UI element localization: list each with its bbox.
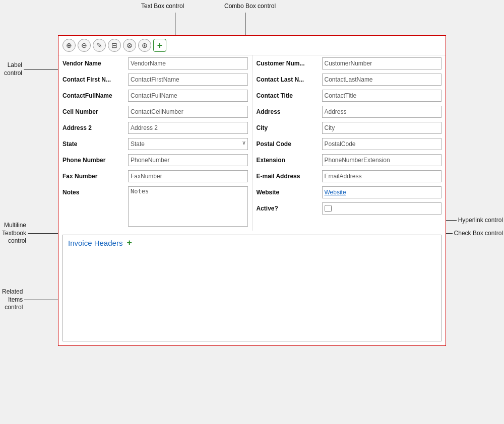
contact-fullname-label: ContactFullName — [62, 90, 128, 99]
subform-body — [63, 250, 441, 341]
add-green-button[interactable]: + — [153, 39, 166, 52]
contact-lastname-label: Contact Last N... — [257, 74, 322, 83]
annotation-combobox-label: Combo Box control — [224, 3, 276, 10]
subform-header: Invoice Headers + — [63, 235, 441, 250]
notes-row: Notes Notes — [62, 186, 248, 227]
active-checkbox[interactable] — [325, 205, 332, 212]
city-input[interactable] — [322, 122, 442, 134]
form-body: Vendor Name Contact First N... ContactFu… — [58, 55, 446, 231]
vendor-name-row: Vendor Name — [62, 57, 248, 72]
address2-row: Address 2 — [62, 122, 248, 136]
customer-num-input[interactable] — [322, 57, 442, 69]
state-select-wrapper: State — [128, 138, 248, 150]
postal-code-row: Postal Code — [257, 138, 442, 152]
contact-title-input[interactable] — [322, 90, 442, 102]
fax-number-input[interactable] — [128, 170, 248, 182]
state-label: State — [62, 138, 128, 148]
contact-lastname-row: Contact Last N... — [257, 74, 442, 88]
address-input[interactable] — [322, 106, 442, 118]
fax-number-row: Fax Number — [62, 170, 248, 184]
website-label: Website — [257, 186, 322, 196]
cell-number-label: Cell Number — [62, 106, 128, 115]
toolbar: ⊕ ⊖ ✎ ⊟ ⊗ ⊛ + — [58, 36, 446, 55]
cancel-button[interactable]: ⊗ — [123, 39, 136, 52]
email-label: E-mail Address — [257, 170, 322, 180]
city-row: City — [257, 122, 442, 136]
contact-lastname-input[interactable] — [322, 74, 442, 86]
fax-number-label: Fax Number — [62, 170, 128, 180]
extension-input[interactable] — [322, 154, 442, 166]
postal-code-label: Postal Code — [257, 138, 322, 148]
vendor-name-input[interactable] — [128, 57, 248, 69]
contact-fullname-input[interactable] — [128, 90, 248, 102]
contact-firstname-input[interactable] — [128, 74, 248, 86]
contact-fullname-row: ContactFullName — [62, 90, 248, 104]
vendor-name-label: Vendor Name — [62, 57, 128, 67]
email-input[interactable] — [322, 170, 442, 182]
active-checkbox-wrapper — [322, 202, 442, 215]
address2-label: Address 2 — [62, 122, 128, 131]
cell-number-row: Cell Number — [62, 106, 248, 120]
customer-num-label: Customer Num... — [257, 57, 322, 67]
form-left-column: Vendor Name Contact First N... ContactFu… — [58, 55, 253, 231]
save-button[interactable]: ⊟ — [108, 39, 121, 52]
address2-input[interactable] — [128, 122, 248, 134]
subform-title: Invoice Headers — [68, 239, 122, 247]
contact-firstname-row: Contact First N... — [62, 74, 248, 88]
active-row: Active? — [257, 202, 442, 217]
active-label: Active? — [257, 202, 322, 212]
delete-button[interactable]: ⊖ — [78, 39, 91, 52]
contact-firstname-label: Contact First N... — [62, 74, 128, 83]
notes-label: Notes — [62, 186, 128, 196]
extension-label: Extension — [257, 154, 322, 164]
contact-title-row: Contact Title — [257, 90, 442, 104]
edit-button[interactable]: ✎ — [93, 39, 106, 52]
city-label: City — [257, 122, 322, 131]
annotation-textbox-label: Text Box control — [141, 3, 184, 10]
website-row: Website Website — [257, 186, 442, 200]
subform-add-button[interactable]: + — [127, 238, 132, 247]
address-row: Address — [257, 106, 442, 120]
state-row: State State — [62, 138, 248, 152]
notes-textarea[interactable]: Notes — [128, 186, 248, 227]
email-row: E-mail Address — [257, 170, 442, 184]
website-hyperlink[interactable]: Website — [322, 186, 442, 198]
extension-row: Extension — [257, 154, 442, 168]
form-right-column: Customer Num... Contact Last N... Contac… — [253, 55, 446, 231]
state-select[interactable]: State — [128, 138, 248, 150]
subform-container: Invoice Headers + — [62, 235, 442, 341]
add-circle-button[interactable]: ⊕ — [62, 39, 76, 52]
postal-code-input[interactable] — [322, 138, 442, 150]
phone-number-label: Phone Number — [62, 154, 128, 164]
phone-number-input[interactable] — [128, 154, 248, 166]
address-label: Address — [257, 106, 322, 115]
form-container: ⊕ ⊖ ✎ ⊟ ⊗ ⊛ + Vendor Name Contact First … — [58, 35, 446, 346]
star-button[interactable]: ⊛ — [138, 39, 151, 52]
customer-num-row: Customer Num... — [257, 57, 442, 72]
cell-number-input[interactable] — [128, 106, 248, 118]
phone-number-row: Phone Number — [62, 154, 248, 168]
contact-title-label: Contact Title — [257, 90, 322, 99]
